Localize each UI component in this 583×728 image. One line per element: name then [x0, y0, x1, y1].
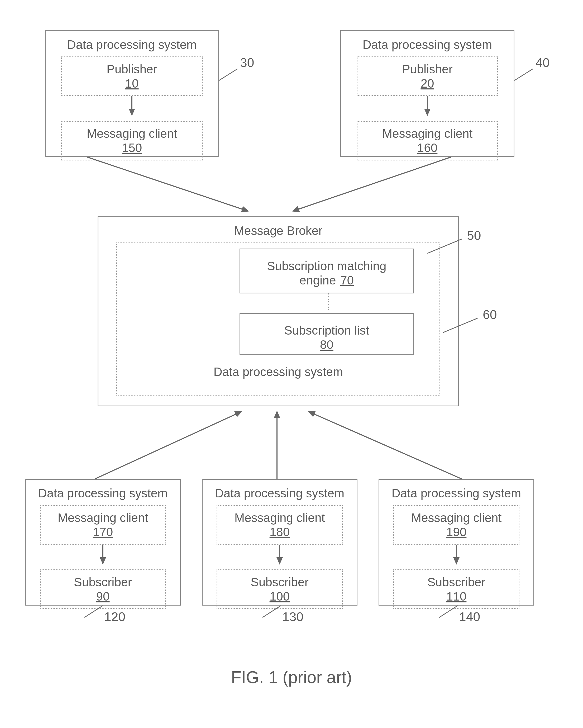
- broker-dps-title: Data processing system: [117, 355, 440, 381]
- arrow-sub1-to-broker: [87, 406, 259, 480]
- sub1-mc-num: 170: [41, 525, 165, 544]
- publisher1-mc-title: Messaging client: [62, 122, 202, 141]
- sub3-sub-box: Subscriber 110: [393, 569, 520, 609]
- sub3-mc-num: 190: [394, 525, 519, 544]
- sub1-sub-title: Subscriber: [41, 570, 165, 589]
- publisher2-outer-title: Data processing system: [341, 31, 513, 53]
- svg-line-8: [443, 318, 477, 333]
- publisher2-publisher-box: Publisher 20: [357, 56, 498, 96]
- arrow-pub1-to-broker: [79, 157, 264, 218]
- publisher1-pub-num: 10: [62, 76, 202, 95]
- arrow-sub2-to-broker: [272, 406, 282, 480]
- ref-130: 130: [282, 609, 303, 624]
- broker-box: Message Broker Subscription matching eng…: [98, 216, 459, 406]
- ref140-leader: [429, 605, 460, 621]
- publisher2-mc-box: Messaging client 160: [357, 121, 498, 160]
- publisher1-box: Data processing system Publisher 10 Mess…: [45, 30, 219, 157]
- svg-line-1: [219, 69, 237, 80]
- sub2-mc-num: 180: [217, 525, 342, 544]
- sub2-sub-box: Subscriber 100: [217, 569, 343, 609]
- publisher1-publisher-box: Publisher 10: [61, 56, 203, 96]
- publisher1-outer-title: Data processing system: [46, 31, 218, 53]
- ref-40: 40: [535, 55, 550, 70]
- publisher2-pub-num: 20: [357, 76, 497, 95]
- sme-to-sl-line: [323, 293, 334, 312]
- sub3-mc-title: Messaging client: [394, 506, 519, 525]
- sub3-sub-title: Subscriber: [394, 570, 519, 589]
- svg-line-3: [514, 69, 533, 80]
- publisher1-pub-title: Publisher: [62, 57, 202, 76]
- svg-line-9: [95, 412, 241, 479]
- publisher2-box: Data processing system Publisher 20 Mess…: [340, 30, 514, 157]
- broker-sl-box: Subscription list 80: [240, 313, 414, 355]
- svg-line-5: [293, 157, 451, 211]
- ref130-leader: [252, 605, 284, 621]
- sub1-sub-box: Subscriber 90: [40, 569, 166, 609]
- arrow-pub1-to-mc1: [127, 96, 137, 120]
- sub3-outer-title: Data processing system: [379, 480, 533, 502]
- sub3-mc-box: Messaging client 190: [393, 505, 520, 545]
- arrow-pub2-to-broker: [277, 157, 462, 218]
- ref120-leader: [74, 605, 106, 621]
- sl-num: 80: [240, 337, 413, 357]
- ref-120: 120: [104, 609, 125, 624]
- sub1-outer-title: Data processing system: [26, 480, 180, 502]
- ref-140: 140: [459, 609, 480, 624]
- arrow-mc3-to-sub3: [451, 545, 462, 568]
- sme-title-line2: engine: [299, 269, 336, 287]
- sub2-mc-title: Messaging client: [217, 506, 342, 525]
- ref-60: 60: [483, 307, 497, 322]
- sub1-mc-title: Messaging client: [41, 506, 165, 525]
- sub1-mc-box: Messaging client 170: [40, 505, 166, 545]
- arrow-mc2-to-sub2: [274, 545, 285, 568]
- sub2-outer-title: Data processing system: [203, 480, 357, 502]
- publisher2-pub-title: Publisher: [357, 57, 497, 76]
- figure-caption: FIG. 1 (prior art): [0, 668, 583, 687]
- sub1-box: Data processing system Messaging client …: [25, 479, 181, 605]
- arrow-mc1-to-sub1: [98, 545, 108, 568]
- sub3-box: Data processing system Messaging client …: [378, 479, 534, 605]
- svg-line-11: [309, 412, 462, 479]
- sub2-sub-title: Subscriber: [217, 570, 342, 589]
- ref-30: 30: [240, 55, 254, 70]
- svg-line-15: [263, 605, 281, 618]
- broker-sme-box: Subscription matching engine 70: [240, 249, 414, 293]
- sme-num: 70: [340, 269, 354, 287]
- svg-line-17: [439, 605, 458, 618]
- publisher1-mc-box: Messaging client 150: [61, 121, 203, 160]
- svg-line-7: [427, 239, 462, 253]
- publisher2-mc-title: Messaging client: [357, 122, 497, 141]
- ref-50: 50: [467, 228, 481, 243]
- svg-line-4: [87, 157, 248, 211]
- svg-line-13: [84, 605, 103, 618]
- broker-dps-box: Subscription matching engine 70 Subscrip…: [116, 242, 440, 395]
- sl-title: Subscription list: [240, 318, 413, 337]
- sub2-mc-box: Messaging client 180: [217, 505, 343, 545]
- sub2-box: Data processing system Messaging client …: [202, 479, 357, 605]
- arrow-sub3-to-broker: [293, 406, 472, 480]
- broker-title: Message Broker: [98, 217, 458, 239]
- arrow-pub2-to-mc2: [422, 96, 433, 120]
